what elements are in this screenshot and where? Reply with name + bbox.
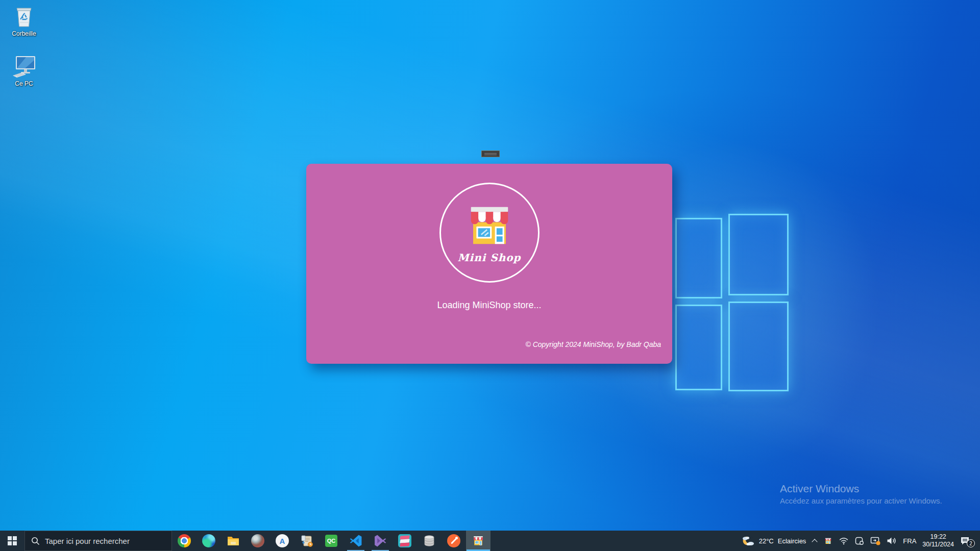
postman-icon [447, 534, 460, 547]
search-placeholder: Taper ici pour rechercher [45, 537, 130, 545]
qc-icon: QC [325, 535, 337, 547]
visual-studio-icon [374, 534, 387, 547]
database-icon [423, 534, 436, 547]
taskbar-app-edge[interactable] [197, 531, 221, 551]
taskbar-app-qc[interactable]: QC [319, 531, 344, 551]
clock-time: 19:22 [930, 533, 946, 541]
weather-temp: 22°C [759, 537, 774, 545]
desktop-icon-label: Ce PC [4, 80, 44, 87]
copyright-text: © Copyright 2024 MiniShop, by Badr Qaba [525, 340, 661, 348]
taskbar-app-visual-studio[interactable] [368, 531, 393, 551]
language-label: FRA [903, 537, 916, 545]
minishop-icon [472, 534, 485, 547]
computer-icon [11, 55, 37, 79]
start-button[interactable] [0, 531, 24, 551]
taskbar-app-database[interactable] [417, 531, 442, 551]
tray-show-hidden-icons[interactable] [809, 531, 821, 551]
desktop-icon-this-pc[interactable]: Ce PC [4, 55, 44, 87]
desktop-icon-label: Corbeille [4, 30, 44, 37]
speaker-icon [887, 537, 897, 545]
tray-graphics[interactable] [867, 531, 884, 551]
storefront-icon [461, 202, 518, 251]
tray-network[interactable] [836, 531, 852, 551]
display-update-icon [870, 537, 880, 545]
tablet-mode-icon [855, 537, 864, 545]
weather-widget[interactable]: 22°C Eclaircies [738, 531, 810, 551]
window-drag-handle[interactable] [481, 151, 500, 157]
taskbar-app-file-explorer[interactable] [221, 531, 246, 551]
chrome-icon [178, 534, 191, 547]
app-store-letter: A [280, 537, 285, 545]
tray-clock[interactable]: 19:22 30/11/2024 [919, 531, 957, 551]
tray-minishop[interactable] [821, 531, 836, 551]
taskbar-app-chrome[interactable] [172, 531, 197, 551]
taskbar-app-minishop[interactable] [466, 531, 491, 551]
taskbar: Taper ici pour rechercher A [0, 531, 980, 551]
minishop-tray-icon [824, 537, 832, 545]
tray-action-center[interactable]: 2 [957, 531, 978, 551]
notification-badge: 2 [967, 539, 975, 547]
tray-language[interactable]: FRA [900, 531, 919, 551]
edge-icon [202, 534, 215, 547]
taskbar-app-vscode[interactable] [344, 531, 368, 551]
activation-watermark: Activer Windows Accédez aux paramètres p… [780, 483, 942, 505]
windows-logo-glow [675, 214, 789, 402]
taskbar-app-postman[interactable] [442, 531, 466, 551]
taskbar-app-sphere[interactable] [246, 531, 270, 551]
layers-app-icon [398, 534, 411, 547]
minishop-logo: Mini Shop [439, 183, 540, 283]
app-store-icon: A [276, 534, 289, 547]
sphere-app-icon [251, 534, 264, 547]
weather-moon-clouds-icon [741, 535, 755, 546]
taskbar-search[interactable]: Taper ici pour rechercher [24, 531, 172, 551]
file-explorer-icon [227, 534, 240, 547]
search-icon [31, 537, 40, 545]
taskbar-app-appstore[interactable]: A [270, 531, 295, 551]
loading-status-text: Loading MiniShop store... [306, 300, 672, 311]
desktop-wallpaper: Corbeille Ce PC Mini Shop Loading MiniSh… [0, 0, 980, 551]
tray-volume[interactable] [884, 531, 900, 551]
chevron-up-icon [812, 539, 818, 543]
wifi-icon [839, 537, 849, 545]
taskbar-app-installer[interactable] [295, 531, 319, 551]
clock-date: 30/11/2024 [922, 541, 954, 548]
minishop-splash-window: Mini Shop Loading MiniShop store... © Co… [306, 164, 672, 364]
weather-desc: Eclaircies [778, 537, 806, 545]
installer-icon [300, 534, 313, 547]
watermark-subtitle: Accédez aux paramètres pour activer Wind… [780, 496, 942, 505]
taskbar-app-layers[interactable] [393, 531, 417, 551]
tray-tablet-mode[interactable] [852, 531, 867, 551]
logo-title: Mini Shop [457, 252, 521, 264]
watermark-title: Activer Windows [780, 483, 942, 495]
system-tray: 22°C Eclaircies [738, 531, 980, 551]
windows-start-icon [8, 536, 17, 545]
vscode-icon [349, 534, 362, 547]
qc-label: QC [327, 538, 336, 544]
desktop-icon-recycle-bin[interactable]: Corbeille [4, 4, 44, 37]
recycle-bin-icon [14, 4, 34, 29]
